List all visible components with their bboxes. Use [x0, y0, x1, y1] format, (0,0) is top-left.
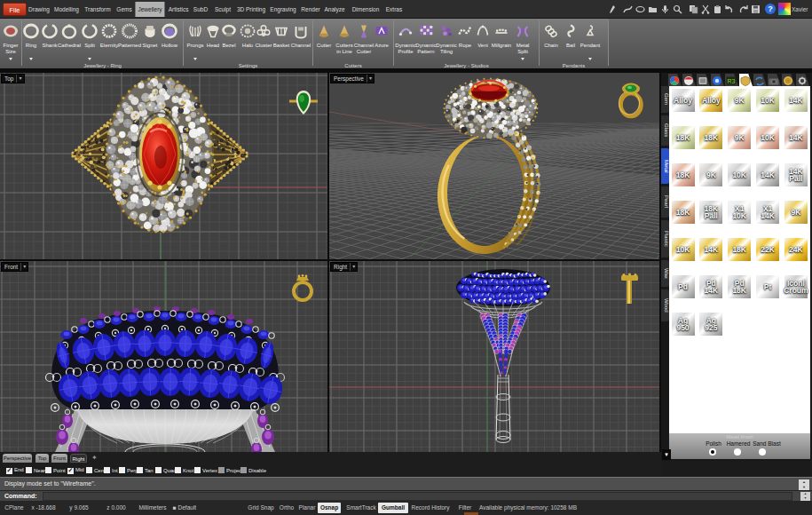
- svg-text:R3: R3: [728, 78, 736, 84]
